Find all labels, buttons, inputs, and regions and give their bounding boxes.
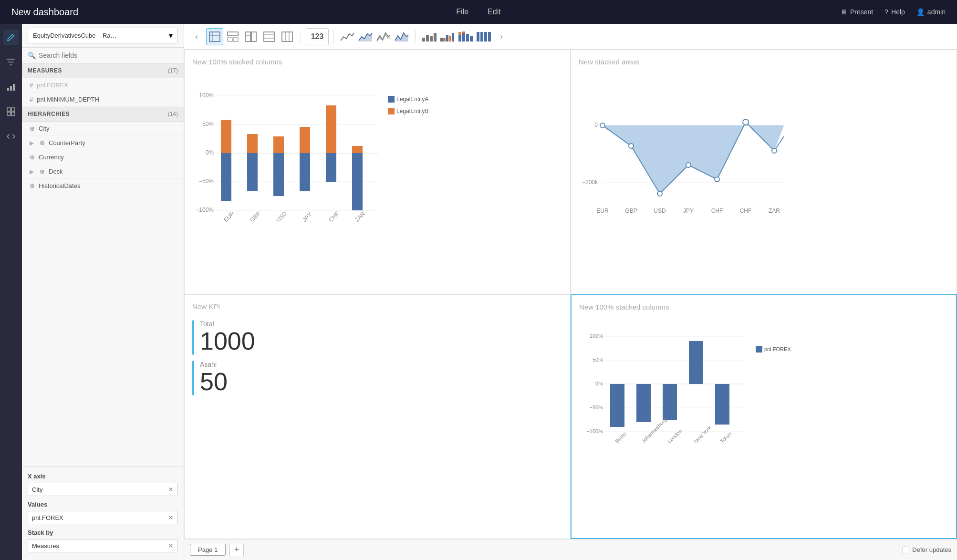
kpi-asahi-row: Asahi 50: [192, 361, 562, 395]
chart-panel-1[interactable]: New 100% stacked columns 100% 50% 0% −50…: [184, 50, 571, 294]
expand-icon-2[interactable]: ▶: [30, 168, 34, 175]
toolbar-next[interactable]: ›: [495, 30, 508, 43]
hierarchy-icon-2: ⊕: [40, 139, 45, 146]
xaxis-clear-icon[interactable]: ✕: [168, 486, 174, 493]
chart-svg-2: 0 −200k: [579, 70, 808, 237]
table-btn-4[interactable]: [260, 28, 278, 45]
svg-text:New York: New York: [693, 425, 713, 445]
bar-btn-4[interactable]: [475, 28, 492, 45]
svg-rect-0: [7, 88, 9, 91]
file-menu[interactable]: File: [456, 8, 468, 16]
admin-button[interactable]: 👤 admin: [916, 8, 946, 16]
chart-panel-2[interactable]: New stacked areas 0 −200k: [571, 50, 957, 294]
svg-point-83: [629, 144, 634, 148]
line-btn-3[interactable]: [375, 28, 392, 45]
sidebar-edit[interactable]: [3, 30, 19, 45]
field-name-desk: Desk: [49, 168, 63, 175]
svg-rect-74: [388, 108, 395, 114]
line-btn-1[interactable]: [339, 28, 356, 45]
svg-point-88: [772, 148, 777, 153]
measures-count: (17): [168, 67, 178, 74]
hierarchy-icon-3: ⊕: [30, 154, 35, 161]
table-btn-5[interactable]: [279, 28, 296, 45]
svg-text:−100%: −100%: [196, 207, 214, 213]
bar-chart-group: [420, 28, 492, 45]
svg-text:LegalEntityA: LegalEntityA: [396, 96, 428, 103]
kpi-btn[interactable]: 123: [306, 28, 329, 45]
measures-section-header[interactable]: MEASURES (17): [22, 63, 184, 78]
field-name-2: pnl.MINIMUM_DEPTH: [37, 96, 99, 103]
svg-rect-27: [430, 36, 433, 41]
svg-text:100%: 100%: [199, 92, 214, 99]
sidebar-code[interactable]: [3, 129, 19, 144]
kpi-total-row: Total 1000: [192, 320, 562, 355]
chart-title-4: New 100% stacked columns: [579, 303, 948, 311]
svg-rect-62: [326, 105, 336, 153]
values-clear-icon[interactable]: ✕: [168, 514, 174, 521]
defer-updates: Defer updates: [903, 546, 951, 553]
left-panel: EquityDerivativesCube – Ra… ▾ 🔍 MEASURES…: [22, 24, 184, 560]
line-btn-2[interactable]: [357, 28, 374, 45]
sidebar-grid[interactable]: [3, 104, 19, 119]
field-historicaldates[interactable]: ⊕ HistoricalDates: [22, 179, 184, 193]
stackby-clear-icon[interactable]: ✕: [168, 542, 174, 550]
present-button[interactable]: 🖥 Present: [841, 8, 873, 16]
xaxis-label: X axis: [28, 473, 178, 480]
stackby-field[interactable]: Measures ✕: [28, 539, 178, 552]
table-btn-2[interactable]: [224, 28, 241, 45]
help-button[interactable]: ? Help: [884, 8, 905, 16]
sidebar-chart[interactable]: [3, 79, 19, 94]
add-page-btn[interactable]: +: [229, 543, 244, 557]
svg-point-87: [743, 119, 749, 125]
expand-icon[interactable]: ▶: [30, 140, 34, 146]
topbar-nav: File Edit: [456, 8, 500, 16]
datasource-selector[interactable]: EquityDerivativesCube – Ra… ▾: [28, 28, 178, 43]
field-pnl-mindepth[interactable]: # pnl.MINIMUM_DEPTH: [22, 93, 184, 107]
chart-svg-1: 100% 50% 0% −50% −100%: [192, 70, 431, 237]
field-city[interactable]: ⊕ City: [22, 122, 184, 136]
xaxis-field[interactable]: City ✕: [28, 483, 178, 496]
line-btn-4[interactable]: [393, 28, 410, 45]
svg-rect-58: [273, 136, 284, 153]
edit-menu[interactable]: Edit: [488, 8, 501, 16]
svg-text:JPY: JPY: [683, 207, 694, 214]
svg-rect-39: [470, 36, 473, 41]
topbar: New dashboard File Edit 🖥 Present ? Help…: [0, 0, 957, 24]
field-desk[interactable]: ▶ ⊕ Desk: [22, 165, 184, 179]
datasource-name: EquityDerivativesCube – Ra…: [33, 32, 117, 39]
toolbar-prev[interactable]: ‹: [190, 30, 203, 43]
svg-text:0%: 0%: [595, 381, 603, 386]
svg-rect-3: [7, 108, 10, 111]
table-btn-3[interactable]: [242, 28, 260, 45]
topbar-right: 🖥 Present ? Help 👤 admin: [841, 8, 946, 16]
field-name-cp: CounterParty: [49, 139, 85, 146]
chart-panel-4[interactable]: New 100% stacked columns 100% 50% 0% −50…: [571, 294, 957, 539]
bar-btn-1[interactable]: [420, 28, 437, 45]
search-input[interactable]: [39, 52, 178, 59]
svg-text:ZAR: ZAR: [769, 207, 780, 214]
field-counterparty[interactable]: ▶ ⊕ CounterParty: [22, 136, 184, 150]
values-field[interactable]: pnl.FOREX ✕: [28, 511, 178, 524]
table-btn-1[interactable]: [206, 28, 223, 45]
defer-checkbox[interactable]: [903, 547, 909, 553]
chart-panel-3[interactable]: New KPI Total 1000 Asahi 50: [184, 294, 571, 539]
page-1-btn[interactable]: Page 1: [190, 544, 226, 556]
svg-rect-37: [462, 31, 465, 33]
bar-btn-3[interactable]: [457, 28, 474, 45]
field-name-currency: Currency: [39, 154, 64, 161]
toolbar: ‹ 123: [184, 24, 957, 50]
field-name-hd: HistoricalDates: [39, 182, 80, 189]
line-chart-group: [339, 28, 410, 45]
bar-btn-2[interactable]: [438, 28, 456, 45]
svg-point-85: [686, 163, 691, 167]
field-pnl-forex[interactable]: # pnl.FOREX: [22, 78, 184, 93]
sidebar-filter[interactable]: [3, 54, 19, 70]
svg-rect-42: [484, 32, 487, 41]
svg-rect-65: [352, 153, 363, 210]
hierarchies-section-header[interactable]: HIERARCHIES (14): [22, 107, 184, 122]
hierarchy-icon-4: ⊕: [40, 168, 45, 175]
svg-text:50%: 50%: [202, 121, 214, 127]
kpi-bar-asahi: [192, 361, 194, 395]
svg-text:CHF: CHF: [711, 207, 723, 214]
field-currency[interactable]: ⊕ Currency: [22, 150, 184, 165]
